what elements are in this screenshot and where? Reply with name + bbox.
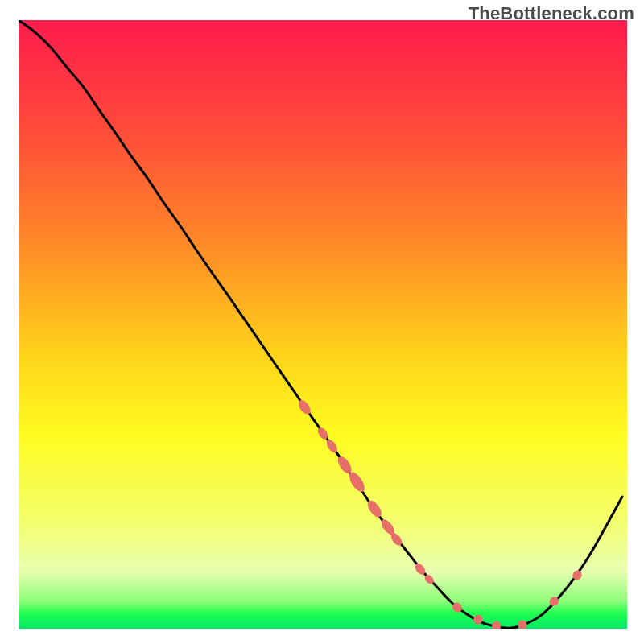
bottleneck-chart [0,0,644,644]
chart-stage: TheBottleneck.com [0,0,644,644]
chart-background [19,20,627,629]
